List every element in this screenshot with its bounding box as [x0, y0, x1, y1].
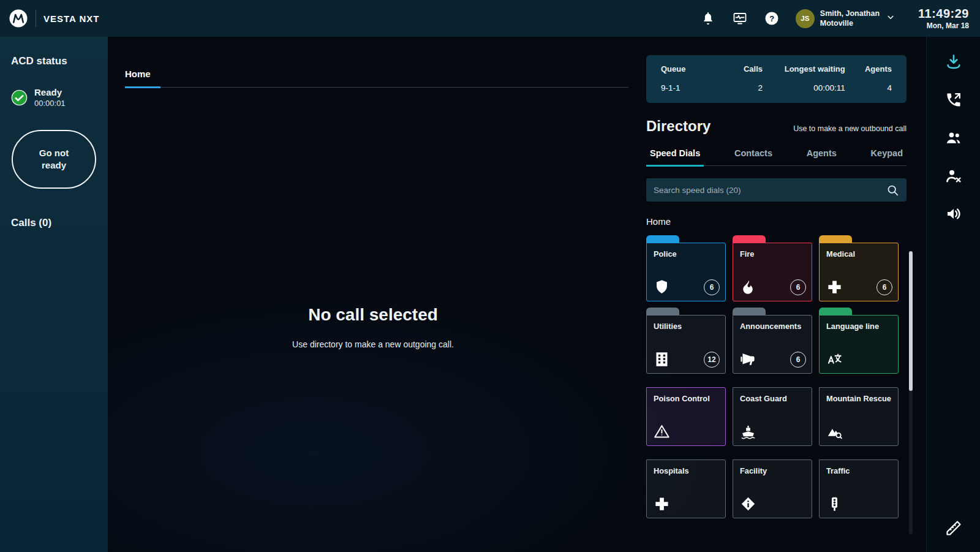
call-control-rail — [926, 37, 980, 552]
speed-dial-tile-mountain-rescue[interactable]: Mountain Rescue — [819, 380, 899, 446]
help-icon[interactable]: ? — [764, 10, 780, 26]
flame-icon — [740, 279, 756, 295]
call-tabs-row: Home — [125, 69, 628, 88]
pencil-ruler-icon[interactable] — [944, 519, 963, 537]
brand-cluster: VESTA NXT — [9, 9, 100, 28]
speed-dial-tile-facility[interactable]: Facility — [733, 452, 812, 518]
queue-row-name[interactable]: 9-1-1 — [661, 83, 724, 93]
megaphone-icon — [740, 351, 756, 368]
person-remove-icon[interactable] — [944, 167, 963, 185]
tab-contacts[interactable]: Contacts — [731, 145, 776, 165]
user-name: Smith, Jonathan Motoville — [820, 9, 880, 29]
brand-divider — [36, 10, 36, 27]
search-icon[interactable] — [886, 184, 899, 197]
tile-label: Announcements — [733, 316, 812, 331]
go-not-ready-button[interactable]: Go not ready — [12, 130, 96, 189]
folder-tab — [819, 235, 852, 243]
scrollbar-thumb[interactable] — [909, 251, 913, 391]
directory-title: Directory — [646, 118, 710, 135]
count-badge: 6 — [876, 279, 892, 295]
medical-cross-icon — [654, 496, 670, 512]
speed-dial-tile-police[interactable]: Police 6 — [646, 235, 726, 301]
clock: 11:49:29 Mon, Mar 18 — [918, 7, 969, 30]
acd-sidebar: ACD status Ready 00:00:01 Go not ready C… — [0, 37, 108, 552]
search-input[interactable] — [654, 186, 886, 195]
queue-row-calls[interactable]: 2 — [724, 83, 763, 93]
tile-label: Utilities — [647, 316, 725, 331]
acd-status-label: Ready — [34, 87, 66, 97]
folder-tab — [733, 308, 766, 315]
tile-label: Medical — [820, 243, 898, 259]
ready-check-icon — [11, 89, 28, 106]
user-menu[interactable]: JS Smith, Jonathan Motoville — [796, 9, 896, 29]
acd-status-row: Ready 00:00:01 — [11, 87, 97, 108]
speed-dial-tile-poison-control[interactable]: Poison Control — [646, 380, 726, 446]
tile-label: Hospitals — [647, 460, 725, 475]
speed-dial-tile-announcements[interactable]: Announcements 6 — [733, 308, 812, 374]
queue-row-agents[interactable]: 4 — [845, 83, 892, 93]
screens-monitor-icon[interactable] — [732, 10, 748, 26]
vesta-nxt-screen: VESTA NXT ? JS Smith, Jonathan Motoville — [0, 0, 980, 552]
queue-row-longest-waiting[interactable]: 00:00:11 — [763, 83, 845, 93]
tile-label: Traffic — [820, 460, 898, 475]
brand-name: VESTA NXT — [43, 13, 100, 24]
queue-summary-card: Queue Calls Longest waiting Agents 9-1-1… — [646, 55, 907, 103]
tab-home[interactable]: Home — [125, 69, 160, 88]
speed-dial-tile-traffic[interactable]: Traffic — [819, 452, 899, 518]
speed-dial-tile-medical[interactable]: Medical 6 — [819, 235, 899, 301]
folder-tab — [646, 235, 679, 243]
directory-scrollbar — [909, 251, 913, 534]
tile-label: Coast Guard — [733, 388, 812, 403]
queue-header: Queue — [661, 64, 724, 83]
no-call-message: No call selected Use directory to make a… — [108, 305, 638, 349]
speed-dial-search — [646, 178, 907, 202]
directory-panel: Queue Calls Longest waiting Agents 9-1-1… — [646, 55, 907, 518]
tile-label: Mountain Rescue — [820, 388, 898, 403]
clock-date: Mon, Mar 18 — [918, 21, 969, 30]
main-area: Home No call selected Use directory to m… — [108, 37, 926, 552]
police-badge-icon — [654, 279, 670, 295]
tile-label: Fire — [733, 243, 812, 259]
no-call-subtitle: Use directory to make a new outgoing cal… — [108, 339, 638, 349]
acd-status-timer: 00:00:01 — [34, 99, 66, 108]
top-bar: VESTA NXT ? JS Smith, Jonathan Motoville — [0, 0, 980, 37]
acd-status-title: ACD status — [11, 55, 97, 67]
traffic-light-icon — [826, 496, 843, 512]
count-badge: 6 — [790, 352, 806, 368]
building-icon — [654, 351, 670, 368]
boat-icon — [740, 423, 756, 440]
speed-dial-tile-hospitals[interactable]: Hospitals — [646, 452, 726, 518]
pull-call-icon[interactable] — [944, 53, 963, 71]
tile-label: Facility — [733, 460, 812, 475]
queue-header: Longest waiting — [763, 64, 845, 83]
speed-dial-tile-utilities[interactable]: Utilities 12 — [646, 308, 726, 374]
motorola-logo-icon — [9, 9, 28, 28]
tile-label: Police — [647, 243, 725, 259]
directory-hint: Use to make a new outbound call — [793, 124, 907, 133]
warning-triangle-icon — [654, 423, 670, 440]
speed-dial-section-label: Home — [646, 216, 907, 227]
volume-speaker-icon[interactable] — [944, 205, 963, 223]
tab-speed-dials[interactable]: Speed Dials — [646, 145, 704, 167]
phone-transfer-icon[interactable] — [944, 91, 963, 109]
speed-dial-tile-coast-guard[interactable]: Coast Guard — [733, 380, 812, 446]
speed-dial-tile-fire[interactable]: Fire 6 — [733, 235, 812, 301]
mountain-icon — [826, 423, 843, 440]
count-badge: 6 — [790, 279, 806, 295]
medical-cross-icon — [826, 279, 843, 295]
agents-people-icon[interactable] — [944, 129, 963, 147]
speed-dial-tile-language-line[interactable]: Language line — [819, 308, 899, 374]
tile-label: Language line — [820, 316, 898, 331]
clock-time: 11:49:29 — [918, 7, 969, 21]
svg-text:?: ? — [769, 14, 774, 23]
queue-header: Agents — [845, 64, 892, 83]
tab-keypad[interactable]: Keypad — [867, 145, 907, 165]
directory-tabs: Speed Dials Contacts Agents Keypad — [646, 145, 907, 166]
speed-dial-grid: Police 6 Fire — [646, 235, 899, 518]
facility-diamond-icon — [740, 496, 756, 512]
folder-tab — [646, 308, 679, 315]
notifications-bell-icon[interactable] — [700, 10, 716, 26]
translate-icon — [826, 351, 843, 368]
avatar: JS — [796, 9, 815, 28]
tab-agents[interactable]: Agents — [803, 145, 840, 165]
